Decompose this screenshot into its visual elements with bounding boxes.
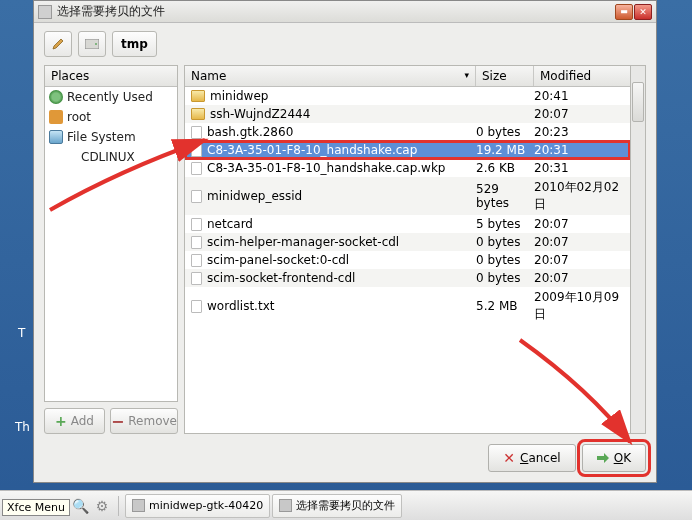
file-size: 529 bytes — [476, 182, 534, 210]
place-label: root — [67, 110, 91, 124]
place-label: Recently Used — [67, 90, 153, 104]
file-icon — [191, 144, 202, 157]
file-modified: 20:07 — [534, 235, 630, 249]
plus-icon: + — [55, 413, 67, 429]
file-row[interactable]: scim-helper-manager-socket-cdl0 bytes20:… — [185, 233, 630, 251]
file-name: minidwep_essid — [207, 189, 302, 203]
place-cdlinux[interactable]: CDLINUX — [45, 147, 177, 167]
cancel-label: Cancel — [520, 451, 561, 465]
add-bookmark-button[interactable]: + Add — [44, 408, 105, 434]
column-header-modified[interactable]: Modified — [534, 66, 630, 86]
file-icon — [191, 218, 202, 231]
ok-label: OK — [614, 451, 631, 465]
file-name: minidwep — [210, 89, 268, 103]
file-modified: 2010年02月02日 — [534, 179, 630, 213]
file-size: 0 bytes — [476, 125, 534, 139]
titlebar[interactable]: 选择需要拷贝的文件 — [34, 1, 656, 23]
place-label: File System — [67, 130, 136, 144]
column-header-size[interactable]: Size — [476, 66, 534, 86]
file-size: 0 bytes — [476, 253, 534, 267]
file-modified: 20:23 — [534, 125, 630, 139]
edit-path-button[interactable] — [44, 31, 72, 57]
file-size: 19.2 MB — [476, 143, 534, 157]
file-icon — [191, 190, 202, 203]
file-row[interactable]: ssh-WujndZ244420:07 — [185, 105, 630, 123]
file-icon — [191, 272, 202, 285]
ok-button[interactable]: OK — [582, 444, 646, 472]
task-icon — [279, 499, 292, 512]
place-root[interactable]: root — [45, 107, 177, 127]
xfce-menu-tooltip: Xfce Menu — [2, 499, 70, 516]
file-name: C8-3A-35-01-F8-10_handshake.cap.wkp — [207, 161, 445, 175]
taskbar-task-dialog[interactable]: 选择需要拷贝的文件 — [272, 494, 402, 518]
minus-icon: − — [111, 412, 124, 431]
file-row[interactable]: C8-3A-35-01-F8-10_handshake.cap19.2 MB20… — [185, 141, 630, 159]
file-row[interactable]: wordlist.txt5.2 MB2009年10月09日 — [185, 287, 630, 325]
svg-point-1 — [95, 43, 97, 45]
app-launcher[interactable]: ⚙ — [92, 496, 112, 516]
separator — [118, 496, 119, 516]
file-name: scim-panel-socket:0-cdl — [207, 253, 349, 267]
file-modified: 20:07 — [534, 217, 630, 231]
search-launcher[interactable]: 🔍 — [70, 496, 90, 516]
file-icon — [191, 126, 202, 139]
file-modified: 20:07 — [534, 253, 630, 267]
folder-icon — [191, 108, 205, 120]
dialog-body: tmp Places Recently Used root Fil — [34, 23, 656, 482]
add-label: Add — [71, 414, 94, 428]
scrollbar-thumb[interactable] — [632, 82, 644, 122]
file-name: C8-3A-35-01-F8-10_handshake.cap — [207, 143, 417, 157]
file-row[interactable]: C8-3A-35-01-F8-10_handshake.cap.wkp2.6 K… — [185, 159, 630, 177]
path-root-button[interactable] — [78, 31, 106, 57]
file-chooser-dialog: 选择需要拷贝的文件 tmp Places Recently Used — [33, 0, 657, 483]
col-name-label: Name — [191, 69, 226, 83]
place-filesystem[interactable]: File System — [45, 127, 177, 147]
file-size: 0 bytes — [476, 235, 534, 249]
file-icon — [191, 236, 202, 249]
file-list-scrollbar[interactable] — [631, 65, 646, 434]
file-size: 5 bytes — [476, 217, 534, 231]
harddisk-icon — [85, 39, 99, 49]
file-icon — [191, 162, 202, 175]
minimize-button[interactable] — [615, 4, 633, 20]
bg-text-2: Th — [15, 420, 30, 434]
close-button[interactable] — [634, 4, 652, 20]
file-row[interactable]: minidwep_essid529 bytes2010年02月02日 — [185, 177, 630, 215]
bg-text-1: T — [18, 326, 25, 340]
window-title: 选择需要拷贝的文件 — [57, 3, 614, 20]
file-name: scim-socket-frontend-cdl — [207, 271, 355, 285]
folder-icon — [191, 90, 205, 102]
place-recently-used[interactable]: Recently Used — [45, 87, 177, 107]
sort-indicator-icon: ▾ — [464, 70, 469, 80]
file-size: 0 bytes — [476, 271, 534, 285]
file-row[interactable]: minidwep20:41 — [185, 87, 630, 105]
file-modified: 20:41 — [534, 89, 630, 103]
cancel-button[interactable]: ✕ Cancel — [488, 444, 575, 472]
file-row[interactable]: bash.gtk.28600 bytes20:23 — [185, 123, 630, 141]
file-row[interactable]: netcard5 bytes20:07 — [185, 215, 630, 233]
file-icon — [191, 300, 202, 313]
file-name: scim-helper-manager-socket-cdl — [207, 235, 399, 249]
home-icon — [49, 110, 63, 124]
file-list: Name ▾ Size Modified minidwep20:41ssh-Wu… — [184, 65, 631, 434]
task-label: minidwep-gtk-40420 — [149, 499, 263, 512]
taskbar: ◔ ▭ ✎ 🔍 ⚙ minidwep-gtk-40420 选择需要拷贝的文件 — [0, 490, 692, 520]
file-modified: 20:31 — [534, 143, 630, 157]
file-row[interactable]: scim-panel-socket:0-cdl0 bytes20:07 — [185, 251, 630, 269]
places-header[interactable]: Places — [45, 66, 177, 87]
remove-bookmark-button[interactable]: − Remove — [110, 408, 178, 434]
taskbar-task-minidwep[interactable]: minidwep-gtk-40420 — [125, 494, 270, 518]
file-name: netcard — [207, 217, 253, 231]
file-row[interactable]: scim-socket-frontend-cdl0 bytes20:07 — [185, 269, 630, 287]
file-size: 2.6 KB — [476, 161, 534, 175]
file-icon — [191, 254, 202, 267]
remove-label: Remove — [128, 414, 177, 428]
file-name: bash.gtk.2860 — [207, 125, 293, 139]
file-name: ssh-WujndZ2444 — [210, 107, 310, 121]
column-header-name[interactable]: Name ▾ — [185, 66, 476, 86]
recent-icon — [49, 90, 63, 104]
file-modified: 20:07 — [534, 271, 630, 285]
cancel-icon: ✕ — [503, 450, 515, 466]
file-name: wordlist.txt — [207, 299, 274, 313]
path-segment-tmp[interactable]: tmp — [112, 31, 157, 57]
